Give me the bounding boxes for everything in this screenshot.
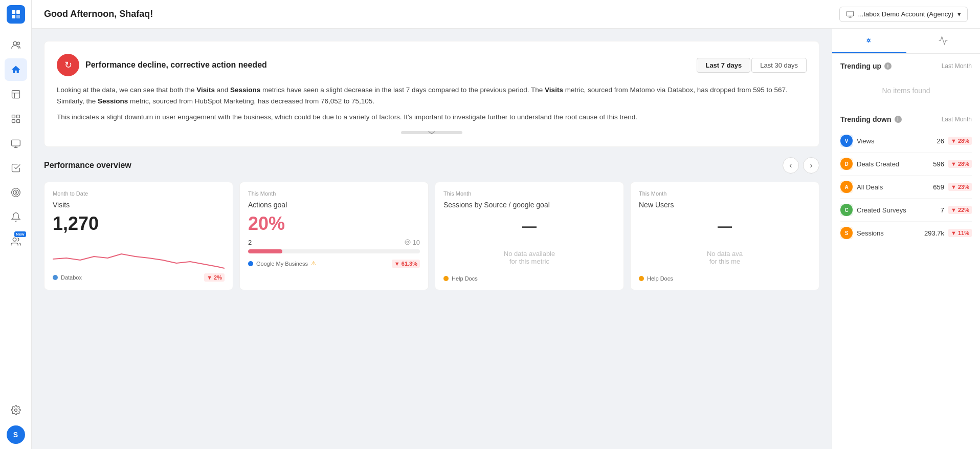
card-dash: —	[718, 218, 732, 234]
btn-last-7-days[interactable]: Last 7 days	[697, 58, 750, 73]
metrics-cards: Month to Date Visits 1,270 Databox ▼ 2%	[44, 182, 819, 290]
sidebar-item-dashboard[interactable]	[5, 108, 27, 130]
new-badge: New	[14, 231, 26, 237]
sidebar: New S	[0, 0, 32, 449]
svg-point-5	[17, 42, 19, 45]
svg-rect-9	[12, 120, 15, 123]
progress-fill	[248, 249, 282, 253]
sidebar-item-metrics[interactable]	[5, 83, 27, 105]
trending-down-info-icon[interactable]: i	[895, 116, 902, 123]
card-source: Databox ▼ 2%	[53, 273, 225, 282]
trending-item-value: 7	[941, 206, 944, 214]
next-arrow[interactable]: ›	[803, 157, 819, 174]
sidebar-item-users[interactable]	[5, 34, 27, 56]
trending-item-icon: D	[840, 158, 853, 170]
btn-last-30-days[interactable]: Last 30 days	[751, 58, 807, 73]
right-panel-content: Trending up i Last Month No items found …	[832, 54, 980, 252]
card-period: This Month	[639, 190, 811, 197]
tab-activity[interactable]	[906, 29, 981, 53]
collapse-handle[interactable]	[401, 131, 462, 134]
visits-chart	[53, 239, 225, 269]
trending-item-value: 596	[933, 160, 944, 168]
alert-title: Performance decline, corrective action n…	[85, 60, 267, 70]
card-title: Visits	[53, 201, 225, 209]
new-users-card: This Month New Users — No data avafor th…	[630, 182, 819, 290]
card-period: This Month	[248, 190, 420, 197]
sidebar-item-tv[interactable]	[5, 132, 27, 155]
app-logo[interactable]	[7, 5, 25, 24]
trending-item-value: 293.7k	[924, 229, 944, 237]
no-data-text: No data availablefor this metric	[443, 240, 615, 275]
sidebar-item-scorecard[interactable]	[5, 157, 27, 179]
card-source: Help Docs	[639, 275, 811, 282]
prev-arrow[interactable]: ‹	[783, 157, 799, 174]
svg-rect-7	[12, 115, 15, 118]
trending-item: A All Deals 659 ▼ 23%	[840, 176, 972, 199]
svg-rect-3	[16, 15, 20, 18]
alert-title-row: ↻ Performance decline, corrective action…	[57, 54, 267, 76]
trending-item-name: Deals Created	[857, 160, 929, 168]
no-items-text: No items found	[840, 76, 972, 105]
trending-item-name: All Deals	[857, 183, 929, 191]
trending-up-period: Last Month	[942, 62, 972, 70]
svg-point-15	[13, 238, 16, 242]
card-period: This Month	[443, 190, 615, 197]
visits-card: Month to Date Visits 1,270 Databox ▼ 2%	[44, 182, 233, 290]
change-badge: ▼ 61.3%	[392, 260, 420, 268]
user-avatar[interactable]: S	[7, 425, 25, 444]
trending-item: V Views 26 ▼ 28%	[840, 130, 972, 153]
alert-collapse	[57, 131, 807, 134]
trending-up-info-icon[interactable]: i	[884, 62, 892, 70]
goal-current: 2	[248, 239, 252, 246]
trending-item-value: 26	[937, 137, 944, 145]
trending-item-icon: C	[840, 204, 853, 216]
source-name: Databox	[61, 274, 82, 281]
card-source: Help Docs	[443, 275, 615, 282]
trending-item-name: Views	[857, 137, 933, 145]
trending-item: C Created Surveys 7 ▼ 22%	[840, 199, 972, 222]
sidebar-item-new-feature[interactable]: New	[5, 230, 27, 253]
sidebar-item-home[interactable]	[5, 58, 27, 81]
no-data-text: No data avafor this me	[639, 240, 811, 275]
page-body: ↻ Performance decline, corrective action…	[32, 29, 980, 449]
trending-item-badge: ▼ 28%	[948, 160, 972, 168]
alert-icon: ↻	[57, 54, 79, 76]
source-name: Google My Business	[256, 261, 308, 267]
nav-arrows: ‹ ›	[783, 157, 819, 174]
change-badge: ▼ 2%	[204, 273, 225, 282]
right-panel: Trending up i Last Month No items found …	[832, 29, 980, 449]
svg-point-13	[13, 190, 18, 195]
sidebar-item-goals[interactable]	[5, 181, 27, 204]
tab-trending[interactable]	[832, 29, 906, 53]
account-label: ...tabox Demo Account (Agency)	[858, 10, 953, 18]
trending-item: D Deals Created 596 ▼ 28%	[840, 153, 972, 176]
performance-alert: ↻ Performance decline, corrective action…	[44, 41, 819, 147]
svg-rect-0	[12, 10, 15, 14]
sidebar-item-alerts[interactable]	[5, 206, 27, 228]
card-title: Sessions by Source / google goal	[443, 201, 615, 209]
svg-rect-1	[16, 10, 20, 14]
right-panel-tabs	[832, 29, 980, 54]
alert-buttons: Last 7 days Last 30 days	[697, 58, 807, 73]
source-name: Help Docs	[452, 275, 478, 282]
svg-rect-10	[16, 120, 19, 123]
goal-row: 2 10	[248, 239, 420, 246]
svg-point-19	[407, 241, 409, 243]
account-selector[interactable]: ...tabox Demo Account (Agency) ▾	[839, 7, 968, 22]
card-title: Actions goal	[248, 201, 420, 209]
sidebar-item-settings[interactable]	[5, 399, 27, 421]
trending-down-header: Trending down i Last Month	[840, 115, 972, 123]
svg-rect-11	[11, 140, 20, 146]
trending-item-icon: A	[840, 181, 853, 193]
progress-bar	[248, 249, 420, 253]
trending-down-title: Trending down i	[840, 115, 902, 123]
alert-header: ↻ Performance decline, corrective action…	[57, 54, 807, 76]
svg-point-4	[13, 41, 17, 45]
center-panel: ↻ Performance decline, corrective action…	[32, 29, 832, 449]
trending-item-value: 659	[933, 183, 944, 191]
source-name: Help Docs	[647, 275, 673, 282]
card-source: Google My Business ⚠ ▼ 61.3%	[248, 260, 420, 268]
actions-goal-card: This Month Actions goal 20% 2 10	[239, 182, 429, 290]
svg-rect-8	[16, 115, 19, 118]
trending-item-name: Sessions	[857, 229, 920, 237]
